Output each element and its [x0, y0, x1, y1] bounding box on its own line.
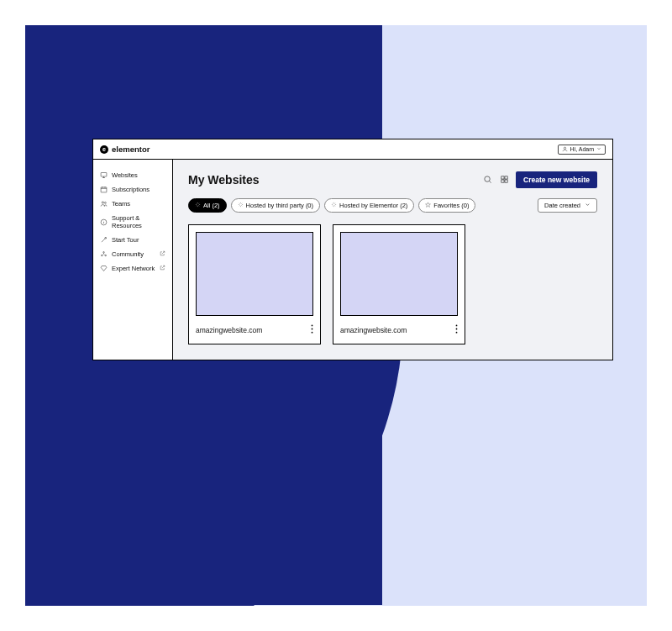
sidebar-item-teams[interactable]: Teams: [93, 197, 172, 211]
brand[interactable]: e elementor: [100, 145, 150, 154]
calendar-icon: [100, 186, 108, 193]
brand-name-label: elementor: [112, 145, 150, 154]
svg-rect-21: [505, 179, 507, 181]
svg-point-13: [103, 252, 105, 254]
svg-point-25: [312, 332, 313, 334]
svg-marker-22: [426, 202, 431, 208]
card-menu-button[interactable]: [311, 324, 313, 335]
filter-all[interactable]: All (2): [188, 198, 227, 213]
kebab-icon: [455, 327, 458, 335]
svg-line-17: [489, 181, 491, 182]
sparkle-icon: [238, 202, 244, 209]
sidebar-item-label: Websites: [112, 171, 138, 179]
user-greeting-label: Hi, Adam: [570, 146, 594, 152]
svg-point-9: [104, 202, 106, 203]
grid-view-button[interactable]: [499, 175, 509, 185]
sort-dropdown[interactable]: Date created: [538, 198, 597, 213]
sidebar-item-subscriptions[interactable]: Subscriptions: [93, 182, 172, 197]
website-domain-label: amazingwebsite.com: [196, 326, 262, 334]
svg-point-16: [484, 176, 489, 181]
svg-point-15: [105, 255, 107, 256]
kebab-icon: [311, 327, 313, 335]
main-content: My Websites Create new website: [173, 160, 612, 360]
page-header: My Websites Create new website: [188, 171, 597, 188]
sparkle-icon: [331, 202, 337, 209]
svg-rect-20: [501, 179, 503, 181]
sparkle-icon: [195, 202, 201, 209]
card-menu-button[interactable]: [455, 324, 458, 335]
users-icon: [100, 200, 108, 208]
website-thumbnail: [340, 232, 458, 316]
sidebar-item-support[interactable]: Support & Resources: [93, 211, 172, 233]
chevron-down-icon: [585, 202, 591, 209]
svg-point-14: [102, 255, 103, 256]
filter-favorites[interactable]: Favorites (0): [418, 198, 475, 213]
sidebar-item-label: Subscriptions: [112, 186, 150, 193]
external-link-icon: [160, 265, 165, 272]
sidebar-item-label: Teams: [112, 200, 130, 208]
filter-label: All (2): [203, 202, 220, 209]
create-website-button[interactable]: Create new website: [516, 171, 597, 188]
sidebar-item-community[interactable]: Community: [93, 247, 172, 261]
filter-label: Hosted by third party (0): [246, 202, 313, 209]
sidebar-item-label: Start Tour: [112, 236, 139, 244]
diamond-icon: [100, 265, 108, 272]
sidebar-item-label: Community: [112, 250, 144, 258]
svg-point-12: [103, 220, 104, 221]
info-icon: [100, 218, 108, 226]
svg-point-28: [456, 332, 458, 334]
community-icon: [100, 250, 108, 258]
sidebar-item-websites[interactable]: Websites: [93, 168, 172, 182]
sidebar-item-expert-network[interactable]: Expert Network: [93, 261, 172, 276]
website-card[interactable]: amazingwebsite.com: [333, 224, 465, 344]
svg-point-27: [456, 329, 458, 330]
svg-point-8: [102, 202, 103, 203]
user-icon: [562, 146, 568, 153]
star-icon: [425, 202, 431, 209]
wand-icon: [100, 236, 108, 244]
brand-logo-icon: e: [100, 145, 108, 154]
svg-rect-19: [505, 176, 507, 178]
filter-label: Hosted by Elementor (2): [339, 202, 407, 209]
website-grid: amazingwebsite.com amazingwebsite.com: [188, 224, 597, 344]
sort-label: Date created: [544, 202, 580, 209]
external-link-icon: [160, 250, 165, 258]
grid-icon: [500, 175, 509, 186]
svg-rect-4: [101, 187, 107, 192]
chevron-down-icon: [596, 146, 601, 152]
svg-rect-1: [101, 173, 107, 177]
sidebar-item-label: Support & Resources: [112, 214, 165, 229]
website-thumbnail: [196, 232, 313, 316]
svg-rect-18: [501, 176, 503, 178]
search-icon: [483, 175, 492, 186]
filter-elementor[interactable]: Hosted by Elementor (2): [324, 198, 414, 213]
monitor-icon: [100, 171, 108, 179]
sidebar: Websites Subscriptions: [93, 160, 173, 360]
app-window: e elementor Hi, Adam: [92, 139, 613, 360]
sidebar-item-start-tour[interactable]: Start Tour: [93, 233, 172, 247]
topbar: e elementor Hi, Adam: [93, 139, 612, 160]
filter-label: Favorites (0): [433, 202, 469, 209]
website-domain-label: amazingwebsite.com: [340, 326, 407, 334]
sidebar-item-label: Expert Network: [112, 265, 155, 272]
svg-point-24: [312, 329, 313, 330]
filter-third-party[interactable]: Hosted by third party (0): [231, 198, 320, 213]
website-card[interactable]: amazingwebsite.com: [188, 224, 321, 344]
page-title: My Websites: [188, 173, 260, 187]
svg-point-0: [564, 147, 565, 149]
filter-toolbar: All (2) Hosted by third party (0): [188, 198, 597, 213]
svg-point-26: [456, 324, 458, 326]
search-button[interactable]: [482, 175, 492, 185]
svg-point-23: [312, 324, 313, 326]
user-menu[interactable]: Hi, Adam: [558, 145, 606, 155]
